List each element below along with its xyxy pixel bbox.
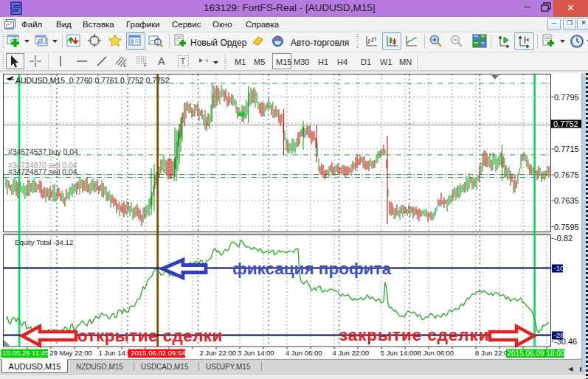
svg-text:2015.06.09 18:00: 2015.06.09 18:00 <box>508 350 565 358</box>
svg-text:закрытие сделки: закрытие сделки <box>339 326 489 344</box>
svg-text:5 Jun 14:00: 5 Jun 14:00 <box>381 349 418 357</box>
svg-text:фиксация профита: фиксация профита <box>232 260 391 278</box>
svg-text:8 Jun 06:00: 8 Jun 06:00 <box>418 349 454 357</box>
svg-text:0.7635: 0.7635 <box>554 196 579 205</box>
svg-text:E: E <box>123 63 127 68</box>
svg-text:AUDUSD,M15 0.7760 0.7761 0.77: AUDUSD,M15 0.7760 0.7761 0.7752 0.7752 <box>15 77 170 85</box>
svg-text:Equity Total -34.12: Equity Total -34.12 <box>15 238 73 246</box>
svg-text:4 Jun 22:00: 4 Jun 22:00 <box>333 349 370 357</box>
svg-text:T: T <box>181 57 186 66</box>
svg-text:0.7795: 0.7795 <box>554 93 579 102</box>
svg-text:2015.06.02 09:54: 2015.06.02 09:54 <box>131 349 186 357</box>
svg-text:-28: -28 <box>554 331 565 339</box>
svg-text:-0.82: -0.82 <box>554 234 573 243</box>
svg-text:#34724877 sell 0.04: #34724877 sell 0.04 <box>8 168 77 176</box>
svg-text:29 May 22:00: 29 May 22:00 <box>49 349 92 357</box>
svg-text:0.7675: 0.7675 <box>554 170 579 179</box>
svg-text:4 Jun 06:00: 4 Jun 06:00 <box>286 349 322 357</box>
svg-text:2 Jun 22:00: 2 Jun 22:00 <box>199 349 236 357</box>
svg-text:-10: -10 <box>554 264 565 272</box>
svg-text:0.7752: 0.7752 <box>553 119 578 128</box>
svg-text:0.7715: 0.7715 <box>554 145 579 153</box>
svg-text:15.05.29 11:45: 15.05.29 11:45 <box>3 349 49 357</box>
svg-text:A: A <box>158 55 165 67</box>
svg-text:открытие сделки: открытие сделки <box>77 327 223 345</box>
svg-text:#34574537 buy 0.04: #34574537 buy 0.04 <box>8 148 78 156</box>
svg-text:F: F <box>144 63 147 68</box>
svg-text:3 Jun 14:00: 3 Jun 14:00 <box>238 349 274 357</box>
svg-text:0.7595: 0.7595 <box>554 223 579 232</box>
